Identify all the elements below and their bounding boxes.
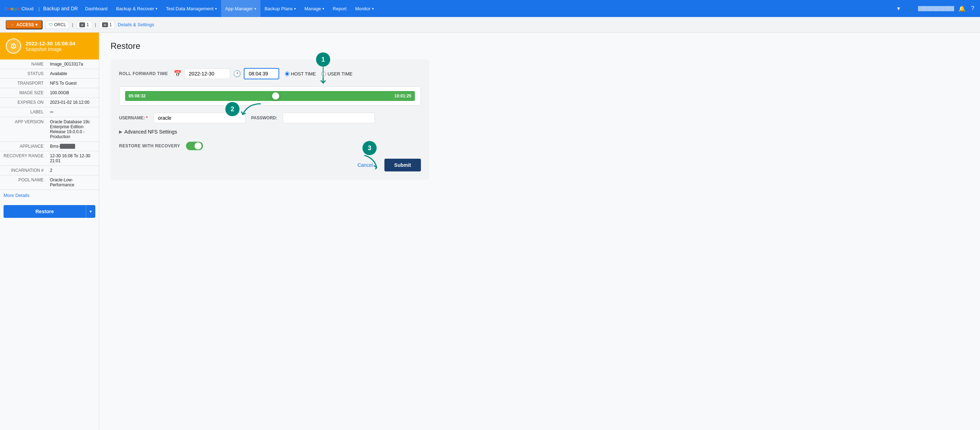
restore-button-row: Restore ▾ <box>3 205 95 218</box>
chevron-down-icon: ▾ <box>215 7 217 11</box>
chevron-down-icon: ▾ <box>322 7 324 11</box>
advanced-nfs-toggle[interactable]: ▶ Advanced NFS Settings <box>119 129 421 135</box>
chevron-down-icon: ▾ <box>255 7 256 11</box>
nav-backup-plans[interactable]: Backup Plans ▾ <box>261 0 301 17</box>
sidebar-row-name: NAME Image_0013317a <box>0 60 99 69</box>
timeline-start-time: 05:08:32 <box>129 94 146 98</box>
date-input[interactable] <box>184 68 230 79</box>
back-arrow-icon: ← <box>11 22 15 27</box>
details-settings-link[interactable]: Details & Settings <box>118 22 154 27</box>
sidebar-row-appliance: APPLIANCE Bms- <box>0 142 99 151</box>
brand-logo: Google Cloud | Backup and DR <box>4 6 78 11</box>
password-input[interactable] <box>283 113 375 123</box>
chevron-down-icon: ▾ <box>156 7 158 11</box>
submit-button[interactable]: Submit <box>384 159 421 171</box>
snapshot-label: Snapshot Image <box>25 46 75 52</box>
sidebar-value-status: Available <box>46 69 99 79</box>
sidebar-value-appliance: Bms- <box>46 142 99 151</box>
sidebar-key-poolname: POOL NAME <box>0 175 46 190</box>
sidebar-row-label: LABEL ✏ <box>0 107 99 117</box>
sidebar-key-appversion: APP VERSION <box>0 117 46 142</box>
sidebar-key-status: STATUS <box>0 69 46 79</box>
restore-panel: 1 ROLL FORWARD TIME 📅 🕐 HOST TIME <box>111 60 430 180</box>
expand-arrow-icon: ▶ <box>119 129 122 134</box>
sidebar-row-expires: EXPIRES ON 2023-01-02 16:12:00 <box>0 98 99 107</box>
top-navigation: Google Cloud | Backup and DR Dashboard B… <box>0 0 980 17</box>
restore-main-button[interactable]: Restore <box>3 205 86 218</box>
password-label: PASSWORD: <box>251 116 277 121</box>
chevron-down-icon: ▾ <box>294 7 296 11</box>
sidebar-details-table: NAME Image_0013317a STATUS Available TRA… <box>0 60 99 190</box>
more-details-link[interactable]: More Details <box>0 190 99 201</box>
sidebar-row-appversion: APP VERSION Oracle Database 19c Enterpri… <box>0 117 99 142</box>
sidebar-header: 2022-12-30 16:08:04 Snapshot Image <box>0 33 99 60</box>
chevron-down-icon: ▾ <box>90 209 92 214</box>
sidebar-value-recovery: 12-30 16:08 To 12-30 21:01 <box>46 151 99 166</box>
breadcrumb-sep: | <box>72 22 73 27</box>
advanced-nfs-section: ▶ Advanced NFS Settings <box>119 129 421 135</box>
google-cloud-logo: Google Cloud <box>4 6 33 11</box>
sidebar-key-imagesize: IMAGE SIZE <box>0 88 46 98</box>
breadcrumb-chip-1: ≡ 1 <box>76 21 92 29</box>
nav-dashboard[interactable]: Dashboard <box>81 0 112 17</box>
restore-dropdown-button[interactable]: ▾ <box>86 205 95 218</box>
sidebar-value-incarnation: 2 <box>46 166 99 175</box>
chip-icon2: ≡ <box>102 22 108 27</box>
time-input[interactable] <box>244 68 279 79</box>
sidebar-row-status: STATUS Available <box>0 69 99 79</box>
credentials-row: USERNAME: * 2 PASSWORD: <box>119 113 421 123</box>
svg-point-1 <box>13 45 14 47</box>
chip-icon: ≡ <box>80 22 85 27</box>
sidebar-row-transport: TRANSPORT NFS To Guest <box>0 79 99 88</box>
timeline-thumb[interactable] <box>271 92 280 100</box>
access-back-button[interactable]: ← ACCESS ▾ <box>6 20 43 29</box>
sidebar-row-incarnation: INCARNATION # 2 <box>0 166 99 175</box>
restore-with-recovery-toggle[interactable] <box>186 142 203 150</box>
restore-with-recovery-label: RESTORE WITH RECOVERY <box>119 143 180 148</box>
nav-app-manager[interactable]: App Manager ▾ <box>221 0 261 17</box>
sidebar-value-expires: 2023-01-02 16:12:00 <box>46 98 99 107</box>
host-time-radio-label[interactable]: HOST TIME <box>285 71 316 76</box>
breadcrumb-sep2: | <box>95 22 96 27</box>
nav-report[interactable]: Report <box>328 0 351 17</box>
sidebar-value-label[interactable]: ✏ <box>46 107 99 117</box>
chevron-down-icon: ▾ <box>372 7 374 11</box>
topnav-right-actions: ▼ 👤 ████████████ 🔔 ? <box>895 4 976 13</box>
timeline-track: 05:08:32 10:01:25 <box>125 91 415 101</box>
toggle-slider <box>186 142 203 150</box>
sidebar-value-name: Image_0013317a <box>46 60 99 69</box>
annotation-1: 1 <box>316 52 330 84</box>
sidebar-row-imagesize: IMAGE SIZE 100.00GB <box>0 88 99 98</box>
page-title: Restore <box>111 41 969 51</box>
required-indicator: * <box>146 116 148 121</box>
shield-icon: 🛡 <box>49 22 53 27</box>
nav-backup-recover[interactable]: Backup & Recover ▾ <box>111 0 162 17</box>
advanced-nfs-label: Advanced NFS Settings <box>124 129 177 135</box>
sidebar-key-label: LABEL <box>0 107 46 117</box>
calendar-icon[interactable]: 📅 <box>173 70 181 78</box>
sidebar-header-info: 2022-12-30 16:08:04 Snapshot Image <box>25 40 75 52</box>
user-account-icon[interactable]: 👤 <box>905 4 915 13</box>
action-buttons-row: 3 Cancel Submit <box>119 159 421 171</box>
breadcrumb-chip-2: ≡ 1 <box>99 21 115 29</box>
help-icon[interactable]: ? <box>970 4 976 13</box>
breadcrumb-bar: ← ACCESS ▾ 🛡 ORCL | ≡ 1 | ≡ 1 Details & … <box>0 17 980 33</box>
host-time-radio[interactable] <box>285 71 290 76</box>
orcl-chip: 🛡 ORCL <box>45 21 69 29</box>
notifications-icon[interactable]: 🔔 <box>957 4 967 13</box>
sidebar-key-name: NAME <box>0 60 46 69</box>
sidebar-value-poolname: Oracle-Low-Performance <box>46 175 99 190</box>
annotation-3: 3 <box>361 141 379 169</box>
snapshot-datetime: 2022-12-30 16:08:04 <box>25 40 75 46</box>
filter-icon[interactable]: ▼ <box>895 4 902 13</box>
sidebar-value-imagesize: 100.00GB <box>46 88 99 98</box>
nav-manage[interactable]: Manage ▾ <box>300 0 328 17</box>
sidebar-key-appliance: APPLIANCE <box>0 142 46 151</box>
clock-icon: 🕐 <box>233 70 241 78</box>
edit-label-icon[interactable]: ✏ <box>50 109 54 115</box>
nav-test-data[interactable]: Test Data Management ▾ <box>162 0 221 17</box>
sidebar-key-recovery: RECOVERY RANGE <box>0 151 46 166</box>
roll-forward-time-row: ROLL FORWARD TIME 📅 🕐 HOST TIME USER TIM… <box>119 68 421 79</box>
sidebar-value-transport: NFS To Guest <box>46 79 99 88</box>
nav-monitor[interactable]: Monitor ▾ <box>351 0 378 17</box>
